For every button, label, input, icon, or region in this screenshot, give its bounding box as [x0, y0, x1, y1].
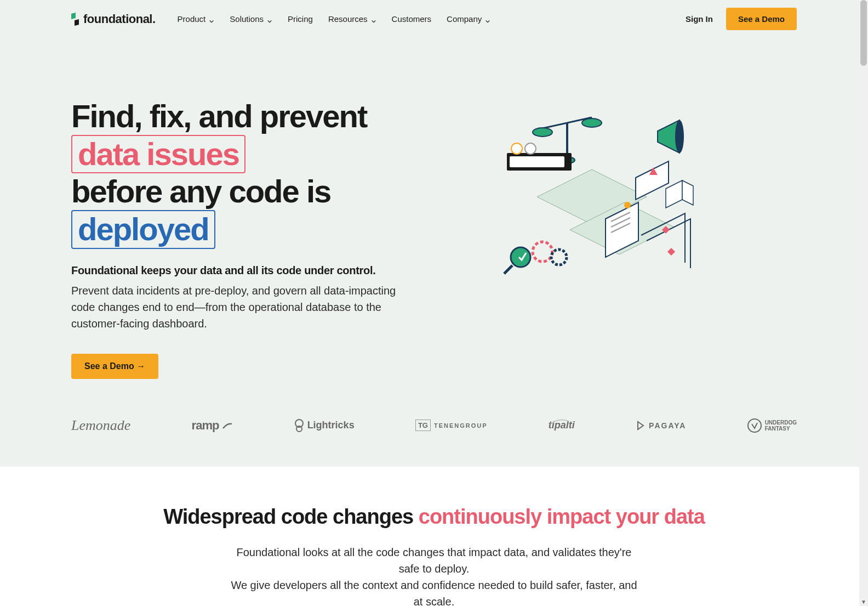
logo-mark-icon	[71, 13, 80, 25]
signin-link[interactable]: Sign In	[686, 14, 713, 24]
nav-label: Pricing	[288, 14, 313, 24]
logo-lightricks-text: Lightricks	[307, 420, 355, 431]
nav-label: Customers	[392, 14, 432, 24]
nav-left: foundational. Product Solutions Pricing …	[71, 12, 490, 26]
hero-highlight-blue: deployed	[71, 210, 215, 249]
see-demo-button[interactable]: See a Demo	[726, 8, 797, 30]
logo-tenengroup-text: TENENGROUP	[434, 422, 488, 429]
logo-lemonade: Lemonade	[71, 417, 130, 434]
svg-rect-25	[667, 248, 675, 256]
chevron-down-icon	[209, 16, 214, 22]
scrollbar-thumb[interactable]	[860, 0, 867, 66]
svg-rect-8	[510, 156, 564, 167]
section2-sub-line2: We give developers all the context and c…	[231, 579, 637, 606]
hero-section: Find, fix, and prevent data issues befor…	[0, 38, 868, 401]
svg-point-29	[748, 419, 761, 432]
chevron-down-icon	[267, 16, 272, 22]
section2-title: Widespread code changes continuously imp…	[71, 505, 797, 529]
logo-underdog-text: UNDERDOGFANTASY	[765, 420, 797, 432]
nav-label: Product	[178, 14, 206, 24]
logo[interactable]: foundational.	[71, 12, 156, 26]
svg-point-5	[582, 118, 602, 127]
logo-lightricks: Lightricks	[294, 419, 355, 432]
top-nav: foundational. Product Solutions Pricing …	[0, 0, 868, 38]
nav-label: Solutions	[230, 14, 264, 24]
hero-illustration	[488, 98, 696, 285]
nav-item-customers[interactable]: Customers	[392, 14, 432, 24]
section2-subtitle: Foundational looks at all the code chang…	[229, 544, 639, 606]
scrollbar[interactable]: ▲ ▼	[859, 0, 868, 606]
logo-tipalti: tipalti	[549, 420, 575, 431]
logo-tenengroup: TG TENENGROUP	[415, 420, 488, 431]
logo-underdog: UNDERDOGFANTASY	[747, 418, 797, 433]
tg-icon: TG	[415, 420, 431, 431]
nav-menu: Product Solutions Pricing Resources	[178, 14, 491, 24]
svg-point-9	[511, 143, 522, 154]
logo-ramp: ramp	[192, 418, 233, 433]
svg-point-4	[533, 128, 552, 137]
svg-point-19	[624, 202, 631, 208]
svg-point-10	[525, 143, 536, 154]
hero-highlight-red: data issues	[71, 135, 245, 174]
scroll-down-icon[interactable]: ▼	[859, 597, 868, 606]
section2-title-highlight: continuously impact your data	[419, 505, 705, 528]
hero-title: Find, fix, and prevent data issues befor…	[71, 98, 466, 249]
logo-pagaya-text: PAGAYA	[649, 421, 686, 430]
nav-item-company[interactable]: Company	[447, 14, 490, 24]
section2-title-part1: Widespread code changes	[163, 505, 413, 528]
nav-item-product[interactable]: Product	[178, 14, 215, 24]
hero-see-demo-button[interactable]: See a Demo →	[71, 354, 158, 379]
chevron-down-icon	[485, 16, 490, 22]
logo-pagaya: PAGAYA	[636, 421, 686, 431]
hero-text: Find, fix, and prevent data issues befor…	[71, 98, 466, 379]
customer-logos: Lemonade ramp Lightricks TG TENENGROUP t…	[0, 401, 868, 467]
svg-point-20	[533, 242, 552, 262]
hero-subtitle-bold: Foundational keeps your data and all its…	[71, 264, 466, 277]
chevron-down-icon	[371, 16, 376, 22]
nav-item-pricing[interactable]: Pricing	[288, 14, 313, 24]
nav-item-solutions[interactable]: Solutions	[230, 14, 272, 24]
hero-subtitle: Prevent data incidents at pre-deploy, an…	[71, 282, 422, 332]
nav-right: Sign In See a Demo	[686, 8, 797, 30]
svg-point-22	[511, 247, 530, 267]
logo-ramp-text: ramp	[192, 418, 219, 433]
hero-title-part2: before any code is	[71, 173, 330, 209]
section2-sub-line1: Foundational looks at all the code chang…	[237, 546, 632, 575]
logo-text: foundational.	[83, 12, 156, 26]
svg-line-23	[504, 265, 512, 274]
nav-label: Resources	[328, 14, 368, 24]
section-widespread: Widespread code changes continuously imp…	[0, 467, 868, 606]
svg-marker-28	[638, 422, 643, 429]
nav-item-resources[interactable]: Resources	[328, 14, 376, 24]
hero-title-part1: Find, fix, and prevent	[71, 98, 367, 134]
svg-point-12	[675, 120, 684, 153]
nav-label: Company	[447, 14, 482, 24]
svg-marker-13	[636, 161, 669, 200]
